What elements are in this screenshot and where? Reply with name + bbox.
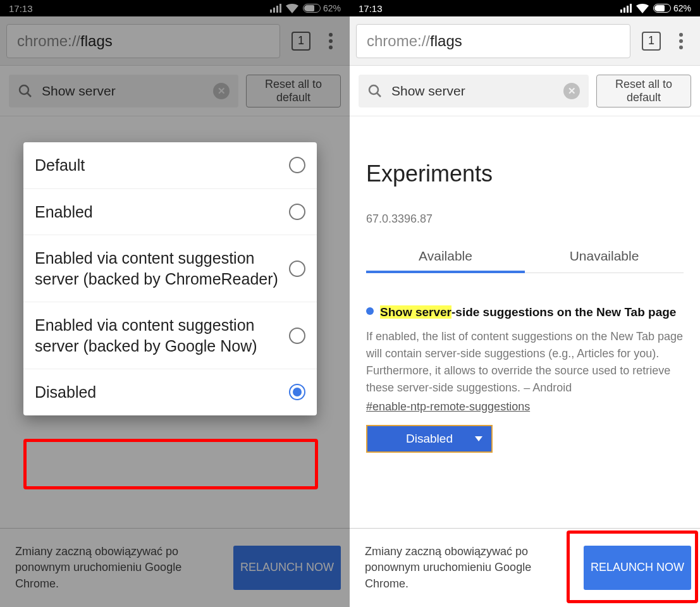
option-label: Disabled <box>35 382 289 403</box>
radio-icon <box>289 204 305 220</box>
menu-icon[interactable] <box>672 33 690 49</box>
clear-icon[interactable] <box>563 83 580 99</box>
url-input[interactable]: chrome://flags <box>356 24 630 58</box>
radio-icon <box>289 157 305 173</box>
tab-available[interactable]: Available <box>366 241 525 273</box>
svg-line-3 <box>377 93 381 97</box>
tab-unavailable[interactable]: Unavailable <box>525 241 684 273</box>
option-label: Default <box>35 155 289 176</box>
relaunch-button[interactable]: RELAUNCH NOW <box>584 546 691 590</box>
flag-title: Show server-side suggestions on the New … <box>380 304 676 322</box>
tab-count-button[interactable]: 1 <box>642 32 661 51</box>
footer-bar: Zmiany zaczną obowiązywać po ponownym ur… <box>350 528 700 607</box>
svg-point-2 <box>369 85 378 94</box>
search-input[interactable]: Show server <box>359 75 589 107</box>
radio-icon <box>289 384 305 400</box>
search-text: Show server <box>391 83 555 99</box>
wifi-icon <box>636 4 649 13</box>
battery-icon: 62% <box>653 3 691 13</box>
search-row: Show server Reset all to default <box>350 66 700 116</box>
modal-option-googlenow[interactable]: Enabled via content suggestion server (b… <box>23 302 317 369</box>
tabs: Available Unavailable <box>366 241 684 273</box>
flag-entry: Show server-side suggestions on the New … <box>366 304 684 453</box>
url-bar: chrome://flags 1 <box>350 16 700 66</box>
page-title: Experiments <box>366 161 684 187</box>
modal-option-disabled[interactable]: Disabled <box>23 369 317 415</box>
options-modal: Default Enabled Enabled via content sugg… <box>23 142 317 415</box>
flag-description: If enabled, the list of content suggesti… <box>366 328 684 396</box>
dropdown-value: Disabled <box>406 432 453 446</box>
chevron-down-icon <box>475 436 482 441</box>
option-label: Enabled via content suggestion server (b… <box>35 315 289 356</box>
flag-anchor-link[interactable]: #enable-ntp-remote-suggestions <box>366 400 530 414</box>
option-label: Enabled via content suggestion server (b… <box>35 248 289 289</box>
signal-icon <box>620 4 632 13</box>
modal-option-default[interactable]: Default <box>23 142 317 188</box>
status-time: 17:13 <box>359 3 383 14</box>
modal-option-enabled[interactable]: Enabled <box>23 188 317 235</box>
status-bar: 17:13 62% <box>350 0 700 16</box>
screen-right: 17:13 62% chrome://flags 1 Show server R… <box>350 0 700 607</box>
radio-icon <box>289 328 305 344</box>
screen-left: 17:13 62% chrome://flags 1 Show server R… <box>0 0 350 607</box>
flag-dropdown[interactable]: Disabled <box>366 425 493 453</box>
option-label: Enabled <box>35 202 289 223</box>
flag-dot-icon <box>366 307 374 315</box>
reset-button[interactable]: Reset all to default <box>596 75 691 107</box>
version-text: 67.0.3396.87 <box>366 212 684 226</box>
search-icon <box>367 83 383 99</box>
modal-option-chromereader[interactable]: Enabled via content suggestion server (b… <box>23 235 317 302</box>
footer-text: Zmiany zaczną obowiązywać po ponownym ur… <box>365 544 577 592</box>
radio-icon <box>289 261 305 277</box>
